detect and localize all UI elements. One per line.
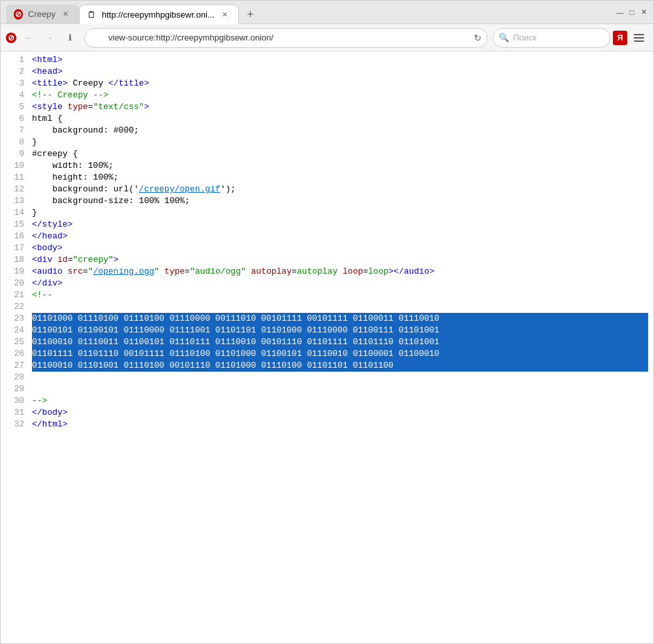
line-number-18: 18 bbox=[6, 254, 24, 266]
line-number-28: 28 bbox=[6, 372, 24, 383]
menu-line-3 bbox=[634, 40, 644, 42]
source-line-22: 22 bbox=[1, 301, 653, 313]
line-number-3: 3 bbox=[6, 78, 24, 89]
menu-line-1 bbox=[634, 34, 644, 35]
line-content-21: <!-- bbox=[32, 289, 648, 301]
back-button[interactable]: ← bbox=[19, 29, 37, 47]
source-line-14: 14} bbox=[1, 207, 653, 219]
line-content-32: </html> bbox=[32, 419, 648, 430]
source-line-31: 31</body> bbox=[1, 407, 653, 419]
line-content-1: <html> bbox=[32, 54, 648, 66]
source-line-29: 29 bbox=[1, 383, 653, 395]
line-number-27: 27 bbox=[6, 360, 24, 372]
line-number-4: 4 bbox=[6, 89, 24, 101]
source-line-23: 2301101000 01110100 01110100 01110000 00… bbox=[1, 313, 653, 325]
search-box[interactable]: 🔍 Поиск bbox=[493, 28, 610, 48]
line-content-2: <head> bbox=[32, 66, 648, 78]
address-bar[interactable]: view-source:http://creepymhpgibsewr.onio… bbox=[84, 28, 488, 48]
line-number-1: 1 bbox=[6, 54, 24, 66]
window-controls: — □ ✕ bbox=[615, 8, 648, 17]
line-number-31: 31 bbox=[6, 407, 24, 419]
forward-button[interactable]: → bbox=[40, 29, 58, 47]
line-content-13: background-size: 100% 100%; bbox=[32, 195, 648, 207]
source-line-12: 12 background: url('/creepy/open.gif'); bbox=[1, 184, 653, 195]
source-line-26: 2601101111 01101110 00101111 01110100 01… bbox=[1, 348, 653, 360]
line-number-25: 25 bbox=[6, 336, 24, 348]
tab-creepy[interactable]: ⊘ Creepy ✕ bbox=[6, 5, 79, 24]
no-sign-icon: ⊘ bbox=[14, 9, 23, 20]
line-content-4: <!-- Creepy --> bbox=[32, 89, 648, 101]
source-line-20: 20</div> bbox=[1, 278, 653, 289]
line-content-10: width: 100%; bbox=[32, 160, 648, 172]
source-line-16: 16</head> bbox=[1, 231, 653, 242]
line-number-30: 30 bbox=[6, 395, 24, 407]
line-number-2: 2 bbox=[6, 66, 24, 78]
source-line-1: 1<html> bbox=[1, 54, 653, 66]
line-content-22 bbox=[32, 301, 648, 313]
yandex-icon[interactable]: Я bbox=[613, 31, 627, 45]
line-content-24: 01100101 01100101 01110000 01111001 0110… bbox=[32, 325, 648, 336]
line-content-16: </head> bbox=[32, 231, 648, 242]
tab2-close-button[interactable]: ✕ bbox=[220, 9, 230, 20]
source-line-28: 28 bbox=[1, 372, 653, 383]
title-bar-left: ⊘ Creepy ✕ 🗒 http://creepymhpgibsewr.oni… bbox=[6, 1, 610, 24]
line-content-17: <body> bbox=[32, 242, 648, 254]
source-line-18: 18<div id="creepy"> bbox=[1, 254, 653, 266]
nav-bar: ⊘ ← → ℹ view-source:http://creepymhpgibs… bbox=[1, 24, 653, 52]
maximize-button[interactable]: □ bbox=[627, 8, 636, 17]
menu-button[interactable] bbox=[630, 29, 648, 47]
source-line-24: 2401100101 01100101 01110000 01111001 01… bbox=[1, 325, 653, 336]
info-button[interactable]: ℹ bbox=[61, 29, 79, 47]
line-number-29: 29 bbox=[6, 383, 24, 395]
line-content-19: <audio src="/opening.ogg" type="audio/og… bbox=[32, 266, 648, 278]
line-content-28 bbox=[32, 372, 648, 383]
line-content-12: background: url('/creepy/open.gif'); bbox=[32, 184, 648, 195]
tab1-favicon: ⊘ bbox=[14, 10, 23, 19]
line-content-5: <style type="text/css"> bbox=[32, 101, 648, 113]
line-content-20: </div> bbox=[32, 278, 648, 289]
line-content-26: 01101111 01101110 00101111 01110100 0110… bbox=[32, 348, 648, 360]
line-content-18: <div id="creepy"> bbox=[32, 254, 648, 266]
minimize-button[interactable]: — bbox=[615, 8, 625, 17]
browser-favicon: ⊘ bbox=[6, 33, 16, 43]
new-tab-button[interactable]: + bbox=[241, 6, 260, 24]
menu-line-2 bbox=[634, 37, 644, 39]
source-line-25: 2501100010 01110011 01100101 01110111 01… bbox=[1, 336, 653, 348]
source-line-27: 2701100010 01101001 01110100 00101110 01… bbox=[1, 360, 653, 372]
source-line-17: 17<body> bbox=[1, 242, 653, 254]
line-content-11: height: 100%; bbox=[32, 172, 648, 184]
close-button[interactable]: ✕ bbox=[639, 8, 648, 17]
source-line-9: 9#creepy { bbox=[1, 148, 653, 160]
line-content-23: 01101000 01110100 01110100 01110000 0011… bbox=[32, 313, 648, 325]
source-line-11: 11 height: 100%; bbox=[1, 172, 653, 184]
address-text: view-source:http://creepymhpgibsewr.onio… bbox=[108, 33, 463, 42]
line-number-23: 23 bbox=[6, 313, 24, 325]
line-number-21: 21 bbox=[6, 289, 24, 301]
tab1-close-button[interactable]: ✕ bbox=[61, 9, 71, 20]
title-bar: ⊘ Creepy ✕ 🗒 http://creepymhpgibsewr.oni… bbox=[1, 1, 653, 24]
line-number-7: 7 bbox=[6, 125, 24, 137]
tab2-favicon: 🗒 bbox=[87, 10, 97, 19]
line-number-20: 20 bbox=[6, 278, 24, 289]
source-line-3: 3<title> Creepy </title> bbox=[1, 78, 653, 89]
line-number-15: 15 bbox=[6, 219, 24, 231]
line-content-7: background: #000; bbox=[32, 125, 648, 137]
line-number-9: 9 bbox=[6, 148, 24, 160]
line-number-17: 17 bbox=[6, 242, 24, 254]
line-content-31: </body> bbox=[32, 407, 648, 419]
line-number-22: 22 bbox=[6, 301, 24, 313]
line-content-6: html { bbox=[32, 113, 648, 125]
source-line-2: 2<head> bbox=[1, 66, 653, 78]
source-line-7: 7 background: #000; bbox=[1, 125, 653, 137]
line-number-26: 26 bbox=[6, 348, 24, 360]
search-placeholder: Поиск bbox=[513, 33, 537, 42]
tab-url[interactable]: 🗒 http://creepymhpgibsewr.oni... ✕ bbox=[79, 5, 239, 24]
browser-window: ⊘ Creepy ✕ 🗒 http://creepymhpgibsewr.oni… bbox=[0, 0, 654, 644]
line-number-13: 13 bbox=[6, 195, 24, 207]
line-content-25: 01100010 01110011 01100101 01110111 0111… bbox=[32, 336, 648, 348]
source-line-15: 15</style> bbox=[1, 219, 653, 231]
source-line-4: 4<!-- Creepy --> bbox=[1, 89, 653, 101]
source-line-13: 13 background-size: 100% 100%; bbox=[1, 195, 653, 207]
refresh-button[interactable]: ↻ bbox=[474, 33, 482, 43]
line-content-30: --> bbox=[32, 395, 648, 407]
